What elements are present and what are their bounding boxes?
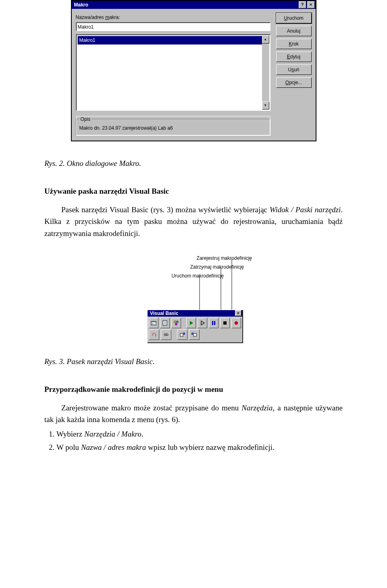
description-legend: Opis (79, 116, 92, 123)
pause-macro-button[interactable] (209, 318, 218, 328)
record-macro-button[interactable] (231, 318, 241, 328)
svg-marker-15 (201, 321, 204, 325)
toolbar-close-button[interactable]: × (235, 310, 241, 316)
svg-rect-4 (151, 321, 156, 322)
description-text: Makro dn. 23.04.97 zarejestrował(a) Lab … (79, 124, 267, 132)
step-over-button[interactable] (177, 329, 187, 340)
section-1-paragraph: Pasek narzędzi Visual Basic (rys. 3) moż… (44, 204, 343, 239)
svg-rect-24 (180, 333, 183, 336)
makro-dialog: Makro ? × Nazwa/adres makra: Makro1 Makr… (71, 0, 316, 141)
description-group: Opis Makro dn. 23.04.97 zarejestrował(a)… (76, 116, 270, 136)
svg-point-11 (174, 321, 176, 323)
step-button[interactable]: Krok (276, 39, 312, 49)
section-2-heading: Przyporządkowanie makrodefinicji do pozy… (44, 383, 343, 395)
svg-rect-26 (194, 333, 196, 336)
section-1-heading: Używanie paska narzędzi Visual Basic (44, 185, 343, 197)
run-button[interactable]: Uruchom (276, 13, 312, 23)
svg-point-6 (153, 323, 154, 324)
step-1: Wybierz Narzędzia / Makro. (56, 428, 343, 440)
macro-name-input[interactable]: Makro1 (76, 22, 270, 31)
help-button[interactable]: ? (299, 1, 306, 8)
toolbar-titlebar[interactable]: Visual Basic × (148, 310, 242, 317)
section-2-paragraph: Zarejestrowane makro może zostać przypis… (44, 402, 343, 426)
svg-rect-17 (214, 321, 215, 325)
listbox-scrollbar[interactable]: ▴ ▾ (262, 35, 269, 110)
stop-macro-button[interactable] (220, 318, 230, 328)
dialog-title: Makro (73, 1, 299, 9)
svg-point-5 (152, 323, 153, 324)
listbox-selected-item[interactable]: Makro1 (77, 36, 269, 45)
steps-list: Wybierz Narzędzia / Makro. W polu Nazwa … (44, 428, 343, 453)
svg-rect-16 (212, 321, 213, 325)
callout-stop: Zatrzymaj makrodefinicję (190, 263, 244, 271)
step-out-button[interactable] (189, 329, 200, 340)
dialog-titlebar[interactable]: Makro ? × (72, 1, 316, 9)
scroll-up-button[interactable]: ▴ (262, 35, 269, 43)
options-button[interactable]: Opcje... (276, 77, 312, 88)
svg-point-13 (175, 323, 177, 325)
edit-button[interactable]: Edytuj (276, 52, 312, 62)
menu-editor-button[interactable] (160, 318, 170, 328)
cancel-button[interactable]: Anuluj (276, 26, 312, 36)
figure-3: Zarejestruj makrodefinicję Zatrzymaj mak… (131, 251, 256, 346)
step-2: W polu Nazwa / adres makra wpisz lub wyb… (56, 441, 343, 453)
svg-point-20 (155, 335, 156, 336)
step-into-button[interactable] (198, 318, 207, 328)
callout-record: Zarejestruj makrodefinicję (197, 255, 252, 262)
object-browser-button[interactable] (171, 318, 181, 328)
breakpoint-button[interactable] (149, 329, 159, 340)
watch-button[interactable] (161, 329, 171, 340)
macro-listbox[interactable]: Makro1 ▴ ▾ (76, 34, 270, 111)
svg-point-19 (235, 321, 238, 325)
macro-name-label: Nazwa/adres makra: (76, 14, 270, 21)
insert-module-button[interactable] (149, 318, 158, 328)
scroll-down-button[interactable]: ▾ (262, 101, 269, 110)
delete-button[interactable]: Usuń (276, 64, 312, 75)
svg-point-21 (164, 334, 166, 336)
figure-2-caption: Rys. 2. Okno dialogowe Makro. (44, 157, 343, 169)
svg-rect-18 (223, 321, 227, 325)
close-button[interactable]: × (307, 1, 315, 8)
toolbar-title: Visual Basic (148, 310, 235, 317)
run-macro-button[interactable] (186, 318, 196, 328)
callout-run: Uruchom makrodefinicję (172, 272, 224, 280)
svg-marker-14 (190, 321, 193, 325)
svg-point-22 (166, 334, 168, 336)
svg-point-12 (177, 321, 179, 323)
figure-3-caption: Rys. 3. Pasek narzędzi Visual Basic. (44, 356, 343, 367)
visual-basic-toolbar[interactable]: Visual Basic × (147, 310, 243, 343)
